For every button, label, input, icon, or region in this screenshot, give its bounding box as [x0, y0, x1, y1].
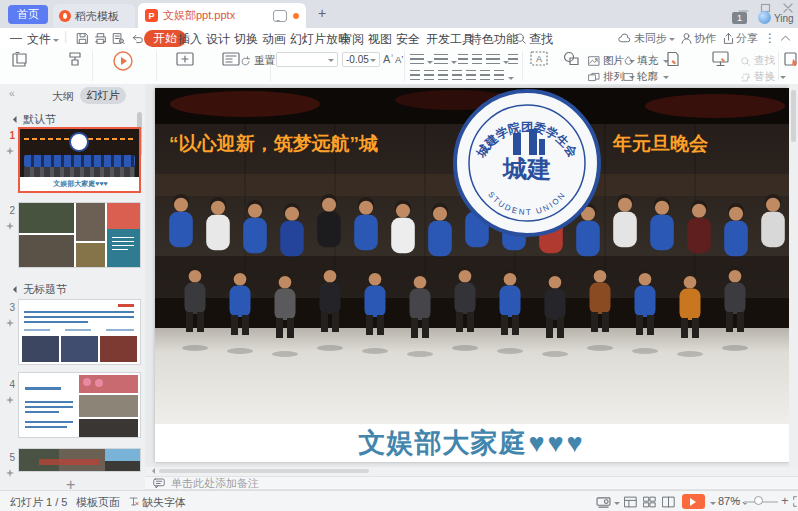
- increase-indent-icon[interactable]: [472, 54, 482, 65]
- new-slide-icon[interactable]: [176, 52, 194, 70]
- undo-icon[interactable]: [131, 32, 144, 45]
- projector-caret-icon[interactable]: [614, 502, 620, 508]
- slide-thumbnail-2[interactable]: [18, 202, 141, 268]
- slide-thumbnail-3[interactable]: [18, 299, 141, 365]
- decrease-indent-icon[interactable]: [458, 54, 468, 65]
- current-slide[interactable]: “以心迎新，筑梦远航”城 年元旦晚会 城建学院团委学生会: [155, 88, 789, 462]
- section-untitled[interactable]: 无标题节: [14, 282, 67, 297]
- ribbon-tab-insert[interactable]: 插入: [178, 31, 202, 48]
- zoom-slider-knob[interactable]: [754, 496, 763, 505]
- zoom-out-button[interactable]: −: [733, 493, 741, 508]
- zoom-in-button[interactable]: +: [781, 493, 789, 508]
- cloud-sync-icon[interactable]: [618, 32, 631, 45]
- numbering-icon[interactable]: [434, 54, 448, 65]
- ribbon-tab-view[interactable]: 视图: [368, 31, 392, 48]
- justify-icon[interactable]: [452, 70, 462, 81]
- document-tab[interactable]: P 文娱部ppt.pptx: [138, 3, 306, 28]
- home-tab[interactable]: 首页: [8, 5, 48, 24]
- animation-star-icon[interactable]: [6, 393, 14, 407]
- slide-number: 1: [5, 130, 15, 141]
- print-icon[interactable]: [94, 32, 107, 45]
- preview-icon[interactable]: [112, 32, 125, 45]
- doc-assistant-icon[interactable]: [665, 51, 681, 70]
- slide-thumbnail-5[interactable]: [18, 448, 141, 472]
- ribbon-tab-security[interactable]: 安全: [396, 31, 420, 48]
- notes-bar[interactable]: 单击此处添加备注: [145, 476, 798, 490]
- close-button[interactable]: [782, 2, 794, 12]
- fit-window-icon[interactable]: [793, 496, 798, 509]
- fill-button[interactable]: 填充: [623, 54, 669, 68]
- align-center-icon[interactable]: [424, 70, 434, 81]
- paste-icon[interactable]: [11, 51, 29, 70]
- reset-button[interactable]: 重置: [240, 54, 275, 68]
- collaborate-icon[interactable]: [680, 32, 693, 45]
- play-caret-icon[interactable]: [710, 502, 716, 508]
- distribute-icon[interactable]: [466, 70, 476, 81]
- projector-icon[interactable]: [596, 496, 611, 510]
- layout-icon[interactable]: [222, 52, 240, 70]
- animation-star-icon[interactable]: [6, 466, 14, 480]
- comment-bubble-icon[interactable]: [273, 10, 287, 22]
- slides-tab[interactable]: 幻灯片: [80, 87, 126, 104]
- replace-button[interactable]: 替换: [740, 70, 786, 84]
- font-family-select[interactable]: [276, 52, 338, 67]
- selection-pane-icon[interactable]: [784, 51, 798, 70]
- collaborate-label[interactable]: 协作: [694, 31, 716, 46]
- ribbon-tab-design[interactable]: 设计: [206, 31, 230, 48]
- outline-tab[interactable]: 大纲: [52, 89, 74, 104]
- account-avatar[interactable]: [758, 11, 771, 24]
- play-from-current-icon[interactable]: [112, 50, 134, 75]
- shrink-text-icon[interactable]: [480, 70, 490, 81]
- columns-icon[interactable]: [494, 70, 504, 81]
- increase-font-icon[interactable]: Aʾ: [383, 53, 394, 65]
- outline-button[interactable]: 轮廓: [623, 70, 669, 84]
- scroll-left-icon[interactable]: [149, 468, 155, 474]
- slide-thumbnail-4[interactable]: [18, 372, 141, 438]
- section-default[interactable]: 默认节: [14, 112, 56, 127]
- slideshow-play-button[interactable]: [682, 494, 705, 509]
- find-button[interactable]: 查找: [740, 54, 775, 68]
- animation-star-icon[interactable]: [6, 144, 14, 158]
- format-painter-icon[interactable]: [67, 51, 83, 70]
- vertical-scrollbar[interactable]: [789, 84, 798, 467]
- animation-star-icon[interactable]: [6, 316, 14, 330]
- font-size-select[interactable]: -0.05: [342, 52, 380, 67]
- minimize-button[interactable]: [738, 2, 750, 12]
- slide-thumbnail-1[interactable]: 文娱部大家庭♥♥♥: [18, 127, 141, 193]
- line-spacing-icon[interactable]: [486, 54, 500, 65]
- shape-icon[interactable]: [563, 51, 580, 69]
- missing-font-button[interactable]: 缺失字体: [142, 495, 186, 510]
- new-tab-button[interactable]: +: [315, 7, 329, 21]
- bullets-icon[interactable]: [410, 54, 424, 65]
- text-align-box-icon[interactable]: [508, 54, 518, 65]
- animation-star-icon[interactable]: [6, 219, 14, 233]
- docer-template-tab[interactable]: 稻壳模板: [53, 4, 135, 28]
- collapse-ribbon-icon[interactable]: [779, 32, 792, 45]
- search-icon[interactable]: [514, 32, 527, 45]
- share-icon[interactable]: [722, 32, 735, 45]
- find-menu[interactable]: 查找: [529, 31, 553, 48]
- more-menu-icon[interactable]: ⋮: [764, 31, 776, 45]
- present-tools-icon[interactable]: [712, 51, 729, 70]
- align-right-icon[interactable]: [438, 70, 448, 81]
- ribbon-tab-review[interactable]: 审阅: [340, 31, 364, 48]
- align-left-icon[interactable]: [410, 70, 420, 81]
- sync-status[interactable]: 未同步: [634, 31, 675, 46]
- ribbon-tab-special[interactable]: 特色功能: [470, 31, 518, 48]
- reading-view-icon[interactable]: [662, 496, 675, 510]
- decrease-font-icon[interactable]: Aʽ: [395, 54, 403, 65]
- slide-sorter-icon[interactable]: [643, 496, 656, 510]
- ribbon-tab-transition[interactable]: 切换: [234, 31, 258, 48]
- slide-caption[interactable]: 文娱部大家庭♥♥♥: [155, 424, 789, 462]
- ribbon-tab-devtools[interactable]: 开发工具: [426, 31, 474, 48]
- collapse-panel-icon[interactable]: «: [9, 88, 15, 99]
- textbox-icon[interactable]: A: [530, 51, 548, 69]
- share-label[interactable]: 分享: [736, 31, 758, 46]
- save-icon[interactable]: [76, 32, 89, 45]
- template-page-button[interactable]: 模板页面: [76, 495, 120, 510]
- user-name[interactable]: Ying: [774, 13, 794, 24]
- file-menu[interactable]: 文件: [27, 31, 59, 48]
- notification-badge[interactable]: 1: [732, 12, 747, 24]
- ribbon-tab-animation[interactable]: 动画: [262, 31, 286, 48]
- normal-view-icon[interactable]: [624, 496, 637, 510]
